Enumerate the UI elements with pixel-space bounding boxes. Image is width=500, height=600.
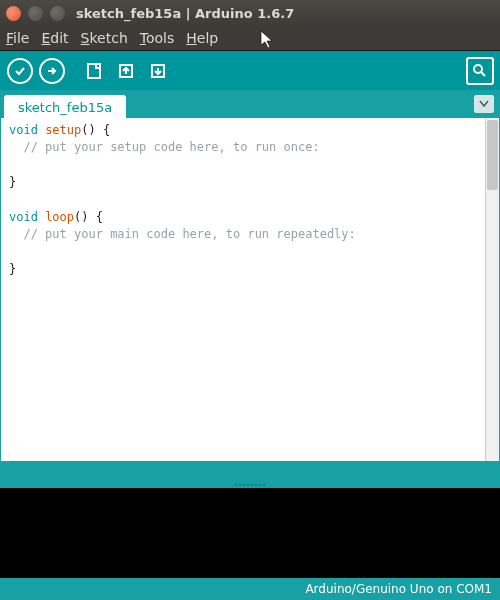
menu-edit[interactable]: Edit bbox=[41, 30, 68, 46]
menu-tools[interactable]: Tools bbox=[140, 30, 175, 46]
console-output[interactable] bbox=[0, 488, 500, 578]
code-comment: // put your main code here, to run repea… bbox=[9, 227, 356, 241]
code-function: loop bbox=[45, 210, 74, 224]
verify-button[interactable] bbox=[6, 57, 34, 85]
serial-monitor-button[interactable] bbox=[466, 57, 494, 85]
scroll-thumb[interactable] bbox=[487, 120, 498, 190]
open-button[interactable] bbox=[112, 57, 140, 85]
code-text: () { bbox=[74, 210, 103, 224]
menu-sketch[interactable]: Sketch bbox=[81, 30, 128, 46]
board-status: Arduino/Genuino Uno on COM1 bbox=[305, 582, 492, 596]
tabbar: sketch_feb15a bbox=[0, 90, 500, 118]
tab-active[interactable]: sketch_feb15a bbox=[4, 95, 126, 119]
titlebar: sketch_feb15a | Arduino 1.6.7 bbox=[0, 0, 500, 26]
code-keyword: void bbox=[9, 123, 38, 137]
scrollbar[interactable] bbox=[485, 118, 499, 461]
code-comment: // put your setup code here, to run once… bbox=[9, 140, 320, 154]
message-bar bbox=[0, 462, 500, 482]
code-keyword: void bbox=[9, 210, 38, 224]
svg-rect-0 bbox=[88, 64, 100, 78]
code-editor[interactable]: void setup() { // put your setup code he… bbox=[1, 118, 485, 461]
status-bar: Arduino/Genuino Uno on COM1 bbox=[0, 578, 500, 600]
grip-icon bbox=[235, 484, 265, 486]
maximize-icon[interactable] bbox=[50, 6, 65, 21]
save-button[interactable] bbox=[144, 57, 172, 85]
minimize-icon[interactable] bbox=[28, 6, 43, 21]
toolbar bbox=[0, 50, 500, 90]
new-button[interactable] bbox=[80, 57, 108, 85]
window-title: sketch_feb15a | Arduino 1.6.7 bbox=[76, 6, 294, 21]
editor-area: void setup() { // put your setup code he… bbox=[0, 118, 500, 462]
menubar: File Edit Sketch Tools Help bbox=[0, 26, 500, 50]
svg-point-3 bbox=[474, 65, 482, 73]
code-text: () { bbox=[81, 123, 110, 137]
upload-button[interactable] bbox=[38, 57, 66, 85]
close-icon[interactable] bbox=[6, 6, 21, 21]
menu-file[interactable]: File bbox=[6, 30, 29, 46]
tab-menu-button[interactable] bbox=[474, 95, 494, 113]
code-text: } bbox=[9, 262, 16, 276]
code-function: setup bbox=[45, 123, 81, 137]
code-text: } bbox=[9, 175, 16, 189]
menu-help[interactable]: Help bbox=[186, 30, 218, 46]
